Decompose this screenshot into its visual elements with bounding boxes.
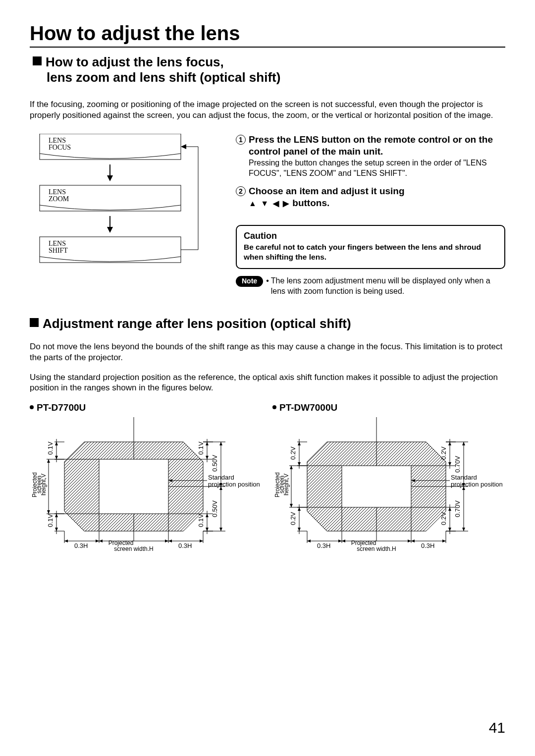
bullet-dot-icon: •: [266, 276, 269, 286]
section2-p1: Do not move the lens beyond the bounds o…: [30, 341, 505, 363]
svg-text:0.3H: 0.3H: [421, 542, 434, 549]
svg-marker-33: [219, 442, 222, 445]
svg-marker-16: [181, 144, 186, 149]
step-number-1-icon: 1: [236, 135, 246, 145]
step-1-body: Pressing the button changes the setup sc…: [249, 158, 505, 178]
svg-text:FOCUS: FOCUS: [49, 144, 71, 151]
arrow-buttons-icon: ▲ ▼ ◀ ▶: [249, 199, 290, 208]
svg-text:0.1V: 0.1V: [197, 514, 205, 527]
page-number: 41: [489, 719, 505, 736]
model-dw7000u: PT-DW7000U: [272, 402, 505, 551]
svg-marker-48: [55, 514, 58, 517]
note-text: The lens zoom adjustment menu will be di…: [271, 276, 505, 296]
svg-text:0.50V: 0.50V: [211, 455, 218, 472]
shift-range-diagram-2: 0.2V 0.2V: [272, 417, 505, 551]
section2-p2: Using the standard projection position a…: [30, 372, 505, 394]
svg-marker-41: [47, 510, 50, 514]
note-row: Note • The lens zoom adjustment menu wil…: [236, 276, 505, 296]
svg-marker-72: [200, 540, 203, 542]
svg-marker-54: [206, 514, 209, 517]
svg-marker-106: [290, 504, 293, 507]
section2-heading: Adjustment range after lens position (op…: [30, 316, 505, 331]
svg-marker-88: [298, 462, 301, 466]
section2-heading-text: Adjustment range after lens position (op…: [43, 316, 351, 331]
svg-text:screen width,H: screen width,H: [114, 545, 153, 551]
svg-marker-94: [448, 462, 451, 466]
svg-marker-114: [298, 528, 301, 531]
svg-text:ZOOM: ZOOM: [49, 195, 69, 203]
note-pill: Note: [236, 276, 263, 287]
svg-marker-105: [290, 466, 293, 469]
step-2: 2 Choose an item and adjust it using ▲ ▼…: [236, 185, 505, 209]
svg-text:0.3H: 0.3H: [317, 542, 330, 549]
svg-text:0.2V: 0.2V: [289, 446, 297, 460]
svg-marker-22: [55, 442, 58, 445]
step-1: 1 Press the LENS button on the remote co…: [236, 134, 505, 178]
bullet-dot-icon: [272, 405, 276, 409]
bullet-square-icon: [33, 56, 42, 65]
svg-marker-137: [442, 540, 446, 542]
svg-text:0.3H: 0.3H: [178, 542, 192, 549]
step-number-2-icon: 2: [236, 186, 246, 196]
svg-text:0.1V: 0.1V: [47, 514, 54, 527]
model1-title: PT-D7700U: [37, 402, 86, 413]
svg-marker-119: [448, 507, 451, 511]
svg-text:Standard: Standard: [208, 474, 234, 481]
svg-text:0.3H: 0.3H: [74, 542, 88, 549]
svg-marker-55: [206, 528, 209, 531]
svg-text:SHIFT: SHIFT: [49, 247, 68, 254]
svg-marker-67: [64, 540, 68, 542]
svg-marker-93: [448, 442, 451, 445]
svg-marker-28: [206, 442, 209, 445]
caution-box: Caution Be careful not to catch your fin…: [236, 225, 505, 269]
step-1-title: Press the LENS button on the remote cont…: [249, 134, 505, 158]
svg-marker-120: [448, 528, 451, 531]
model-d7700u: PT-D7700U: [30, 402, 263, 551]
svg-marker-98: [462, 442, 465, 445]
svg-rect-83: [342, 466, 411, 507]
section1-heading: How to adjust the lens focus, lens zoom …: [33, 54, 505, 85]
section1-intro: If the focusing, zooming or positioning …: [30, 99, 505, 121]
svg-text:0.2V: 0.2V: [289, 512, 297, 525]
svg-text:0.2V: 0.2V: [440, 446, 447, 460]
svg-text:0.50V: 0.50V: [211, 500, 218, 517]
svg-marker-68: [96, 540, 99, 542]
svg-text:Standard: Standard: [451, 474, 477, 481]
svg-marker-71: [168, 540, 172, 542]
svg-text:screen width,H: screen width,H: [357, 545, 396, 551]
shift-range-diagram-1: 0.1V 0.1V: [30, 417, 263, 551]
svg-marker-29: [206, 456, 209, 459]
svg-marker-87: [298, 442, 301, 445]
svg-marker-134: [342, 540, 345, 542]
model2-title: PT-DW7000U: [279, 402, 337, 413]
svg-rect-18: [99, 459, 168, 514]
svg-text:0.1V: 0.1V: [47, 441, 54, 455]
bullet-square-icon: [30, 318, 39, 327]
svg-marker-59: [219, 528, 222, 531]
svg-marker-4: [107, 175, 113, 181]
caution-body: Be careful not to catch your fingers bet…: [244, 242, 497, 262]
svg-marker-69: [99, 540, 103, 542]
svg-text:0.70V: 0.70V: [454, 500, 461, 517]
page-title: How to adjust the lens: [30, 22, 505, 48]
svg-text:0.70V: 0.70V: [454, 456, 461, 473]
svg-marker-40: [47, 459, 50, 463]
svg-marker-124: [462, 528, 465, 531]
svg-text:LENS: LENS: [49, 188, 66, 196]
svg-marker-136: [411, 540, 415, 542]
svg-marker-23: [55, 456, 58, 459]
section1-heading-line2: lens zoom and lens shift (optical shift): [47, 70, 280, 85]
step-2-title-a: Choose an item and adjust it using: [249, 186, 405, 196]
svg-text:LENS: LENS: [49, 137, 66, 144]
svg-text:LENS: LENS: [49, 240, 66, 247]
svg-text:0.1V: 0.1V: [197, 441, 205, 455]
svg-marker-49: [55, 528, 58, 531]
svg-marker-132: [307, 540, 311, 542]
section1-heading-line1: How to adjust the lens focus,: [46, 54, 224, 69]
svg-marker-135: [408, 540, 411, 542]
svg-text:projection position: projection position: [208, 481, 260, 488]
caution-title: Caution: [244, 231, 497, 241]
svg-text:height,V: height,V: [40, 474, 47, 495]
svg-marker-113: [298, 507, 301, 511]
bullet-dot-icon: [30, 405, 34, 409]
